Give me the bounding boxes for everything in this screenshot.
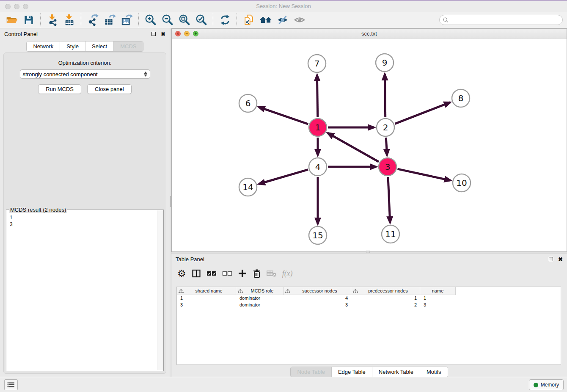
svg-text:1: 1	[315, 122, 321, 133]
graph-edge[interactable]	[317, 75, 317, 117]
graph-edge[interactable]	[259, 107, 308, 124]
column-header-successor-nodes[interactable]: successor nodes	[284, 287, 351, 295]
graph-node[interactable]: 3	[379, 158, 396, 176]
column-header-name[interactable]: name	[420, 287, 456, 295]
graph-node[interactable]: 4	[309, 158, 327, 176]
graph-edge[interactable]	[386, 138, 387, 155]
network-window-titlebar[interactable]: × − + scc.txt	[172, 29, 567, 39]
tab-style[interactable]: Style	[60, 41, 85, 51]
table-row[interactable]: 3dominator323	[177, 302, 561, 309]
optimization-label: Optimization criterion:	[4, 60, 166, 66]
table-row[interactable]: 1dominator411	[177, 295, 561, 302]
show-all-icon[interactable]	[292, 13, 307, 27]
import-table-icon[interactable]	[62, 13, 77, 27]
hierarchy-icon	[353, 289, 358, 293]
save-session-icon[interactable]	[22, 13, 36, 27]
network-canvas[interactable]: 7968124314101511	[172, 39, 567, 251]
tab-network-table[interactable]: Network Table	[372, 367, 420, 377]
clone-network-icon[interactable]	[242, 13, 256, 27]
graph-node[interactable]: 2	[377, 119, 394, 136]
table-body: 1dominator4113dominator323	[177, 295, 561, 309]
graph-node[interactable]: 1	[309, 119, 327, 136]
tab-motifs[interactable]: Motifs	[420, 367, 448, 377]
run-mcds-button[interactable]: Run MCDS	[38, 84, 81, 94]
refresh-view-icon[interactable]	[218, 13, 232, 27]
graph-edge[interactable]	[398, 169, 451, 180]
settings-gear-icon[interactable]: ⚙	[177, 267, 186, 280]
close-panel-button[interactable]: Close panel	[87, 84, 132, 94]
graph-edge[interactable]	[259, 170, 308, 184]
column-header-MCDS-role[interactable]: MCDS role	[236, 287, 284, 295]
toolbar-separator	[40, 13, 41, 27]
mcds-result-title: MCDS result (2 nodes)	[9, 207, 67, 213]
export-table-icon[interactable]	[103, 13, 117, 27]
graph-node[interactable]: 8	[452, 89, 470, 107]
control-panel-title: Control Panel	[4, 31, 38, 37]
close-panel-icon[interactable]: ✖	[558, 257, 563, 262]
toolbar-separator	[213, 13, 214, 27]
control-panel: Control Panel ✖ NetworkStyleSelectMCDS O…	[0, 28, 170, 377]
graph-node[interactable]: 7	[308, 55, 326, 72]
graph-edge[interactable]	[388, 177, 390, 223]
graph-node[interactable]: 14	[239, 178, 257, 196]
hierarchy-icon	[238, 289, 243, 293]
graph-edge[interactable]	[395, 102, 450, 124]
function-builder-icon[interactable]: f(x)	[282, 267, 293, 280]
column-header-shared-name[interactable]: shared name	[177, 287, 236, 295]
svg-text:10: 10	[456, 178, 467, 188]
window-titlebar: Session: New Session	[0, 1, 567, 12]
graph-node[interactable]: 9	[376, 54, 394, 72]
tab-mcds[interactable]: MCDS	[113, 41, 143, 51]
main-toolbar	[0, 12, 567, 28]
graph-edge[interactable]	[385, 74, 385, 117]
splitter-grip[interactable]	[170, 196, 171, 207]
table-cell: 2	[351, 302, 420, 309]
select-all-rows-icon[interactable]	[206, 267, 217, 280]
deselect-all-rows-icon[interactable]	[222, 267, 232, 280]
export-image-icon[interactable]	[120, 13, 134, 27]
tab-select[interactable]: Select	[85, 41, 113, 51]
open-session-icon[interactable]	[5, 13, 19, 27]
toolbar-separator	[237, 13, 237, 27]
search-input[interactable]	[451, 17, 559, 23]
memory-button[interactable]: Memory	[529, 379, 564, 390]
graph-edge[interactable]	[328, 133, 379, 162]
table-cell: 1	[351, 295, 420, 302]
table-cell: 3	[177, 302, 236, 309]
close-panel-icon[interactable]: ✖	[161, 31, 165, 37]
svg-text:9: 9	[382, 58, 388, 68]
search-box[interactable]	[439, 15, 563, 25]
zoom-out-icon[interactable]	[160, 13, 175, 27]
home-layout-icon[interactable]	[259, 13, 273, 27]
column-header-predecessor-nodes[interactable]: predecessor nodes	[351, 287, 420, 295]
graph-node[interactable]: 15	[309, 226, 327, 244]
import-network-icon[interactable]	[45, 13, 60, 27]
tab-node-table[interactable]: Node Table	[291, 367, 331, 377]
task-history-button[interactable]	[4, 379, 18, 390]
hide-selected-icon[interactable]	[275, 13, 290, 27]
table-cell: 1	[420, 295, 456, 302]
zoom-fit-icon[interactable]	[177, 13, 192, 27]
zoom-selected-icon[interactable]	[194, 13, 209, 27]
mcds-result-values: 1 3	[10, 214, 156, 369]
table-cell: 3	[420, 302, 456, 309]
control-panel-tabs: NetworkStyleSelectMCDS	[26, 41, 143, 52]
export-network-icon[interactable]	[86, 13, 100, 27]
zoom-in-icon[interactable]	[143, 13, 158, 27]
mcds-result-box: MCDS result (2 nodes) 1 3	[6, 210, 164, 371]
tab-edge-table[interactable]: Edge Table	[331, 367, 372, 377]
hierarchy-icon	[285, 289, 290, 293]
table-cell: dominator	[236, 302, 284, 309]
optimization-select[interactable]: strongly connected component	[20, 69, 150, 79]
graph-node[interactable]: 6	[239, 94, 257, 112]
tab-network[interactable]: Network	[27, 41, 60, 51]
graph-node[interactable]: 11	[382, 225, 399, 243]
float-panel-icon[interactable]	[151, 32, 156, 36]
result-scrollbar[interactable]	[157, 210, 163, 370]
add-column-icon[interactable]	[238, 267, 247, 280]
column-visibility-icon[interactable]	[192, 267, 201, 280]
delete-column-icon[interactable]	[253, 267, 261, 280]
float-panel-icon[interactable]	[549, 257, 553, 261]
graph-node[interactable]: 10	[453, 174, 471, 192]
delete-table-icon[interactable]	[267, 267, 277, 280]
